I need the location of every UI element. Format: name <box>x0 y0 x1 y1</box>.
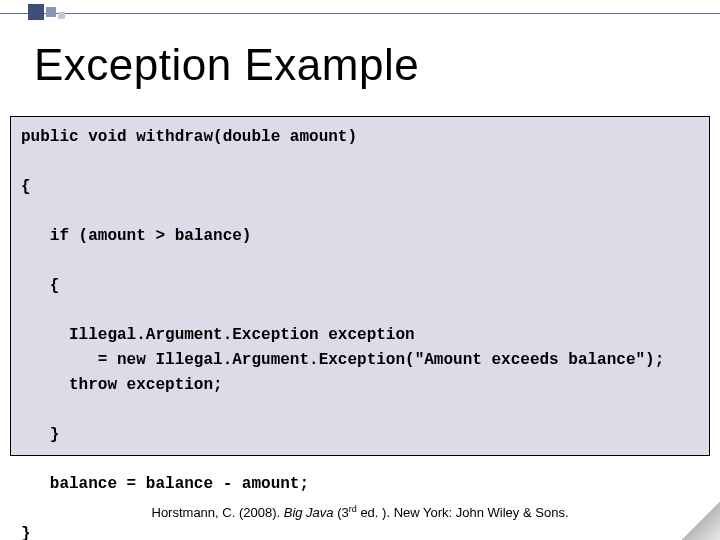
page-corner-fold-icon <box>682 502 720 540</box>
square-icon <box>28 4 44 20</box>
code-line: throw exception; <box>21 376 223 394</box>
slide-title: Exception Example <box>34 40 419 90</box>
citation-author: Horstmann, C. (2008). <box>152 505 284 520</box>
code-line: Illegal.Argument.Exception exception <box>21 326 415 344</box>
code-line: { <box>21 277 59 295</box>
code-block: public void withdraw(double amount) { if… <box>10 116 710 456</box>
code-line: if (amount > balance) <box>21 227 251 245</box>
square-icon <box>58 12 65 19</box>
slide-top-decoration <box>0 0 720 28</box>
code-line: public void withdraw(double amount) <box>21 128 357 146</box>
code-content: public void withdraw(double amount) { if… <box>11 117 709 540</box>
citation-edition-sup: rd <box>349 504 357 514</box>
code-line: } <box>21 525 31 540</box>
code-line: } <box>21 426 59 444</box>
code-line: { <box>21 178 31 196</box>
code-line: = new Illegal.Argument.Exception("Amount… <box>21 351 664 369</box>
square-icon <box>46 7 56 17</box>
citation-edition-pre: (3 <box>334 505 349 520</box>
decoration-squares <box>28 4 65 20</box>
decoration-line <box>0 13 720 14</box>
citation: Horstmann, C. (2008). Big Java (3rd ed. … <box>0 504 720 520</box>
code-line: balance = balance - amount; <box>21 475 309 493</box>
citation-edition-post: ed. ). New York: John Wiley & Sons. <box>357 505 569 520</box>
citation-book: Big Java <box>284 505 334 520</box>
